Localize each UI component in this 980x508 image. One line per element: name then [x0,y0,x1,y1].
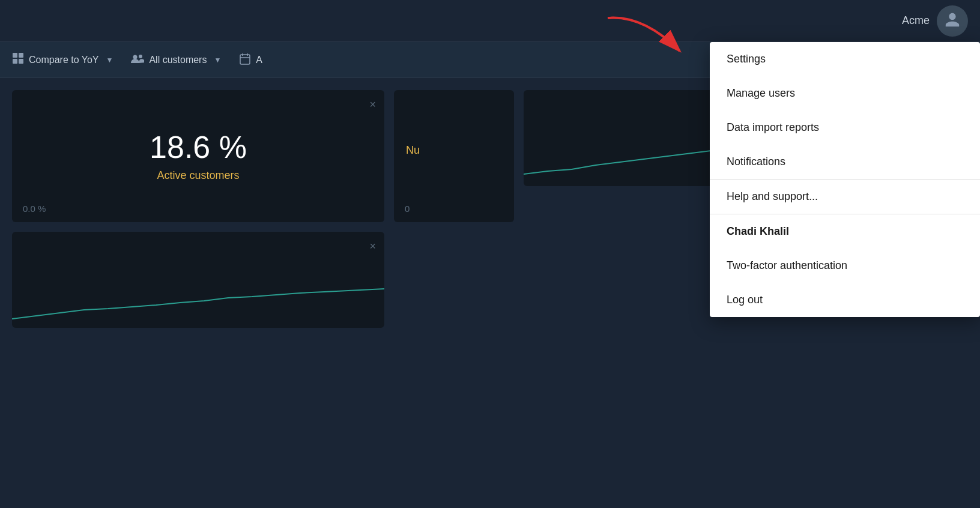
avatar-button[interactable] [937,5,968,37]
data-import-reports-item[interactable]: Data import reports [710,110,980,145]
bottom-card-2: × [12,232,384,328]
settings-item[interactable]: Settings [710,42,980,76]
svg-rect-3 [19,59,23,64]
user-icon [944,11,961,30]
active-customers-value: 18.6 % [150,130,247,165]
partial-card-footer: 0 [405,204,410,214]
active-customers-footer: 0.0 % [23,204,46,214]
bottom-card-2-close[interactable]: × [369,240,376,253]
logout-item[interactable]: Log out [710,283,980,317]
compare-icon [12,52,24,67]
date-label: A [256,55,262,65]
partial-card-label: Nu [406,144,420,157]
sparkline-2 [12,268,384,328]
notifications-item[interactable]: Notifications [710,145,980,179]
customers-icon [131,54,144,66]
compare-label: Compare to YoY [29,55,99,65]
calendar-icon [239,53,251,67]
card-1-close[interactable]: × [369,98,376,111]
svg-rect-6 [240,55,250,64]
date-filter[interactable]: A [239,53,262,67]
header: Acme [0,0,980,42]
svg-rect-0 [13,53,17,58]
customers-filter[interactable]: All customers ▼ [131,54,221,66]
user-name-item: Chadi Khalil [710,214,980,249]
svg-rect-1 [19,53,23,58]
two-factor-item[interactable]: Two-factor authentication [710,249,980,283]
dropdown-menu: Settings Manage users Data import report… [710,42,980,317]
active-customers-card: × 18.6 % Active customers 0.0 % [12,90,384,222]
svg-point-4 [133,55,138,59]
help-support-item[interactable]: Help and support... [710,180,980,214]
svg-point-5 [139,55,142,58]
customers-chevron: ▼ [214,56,221,64]
compare-filter[interactable]: Compare to YoY ▼ [12,52,113,67]
company-name: Acme [902,14,930,27]
compare-chevron: ▼ [106,56,113,64]
active-customers-label: Active customers [157,169,239,182]
partial-card: Nu 0 [394,90,514,222]
manage-users-item[interactable]: Manage users [710,76,980,110]
customers-label: All customers [149,55,207,65]
svg-rect-2 [13,59,17,64]
